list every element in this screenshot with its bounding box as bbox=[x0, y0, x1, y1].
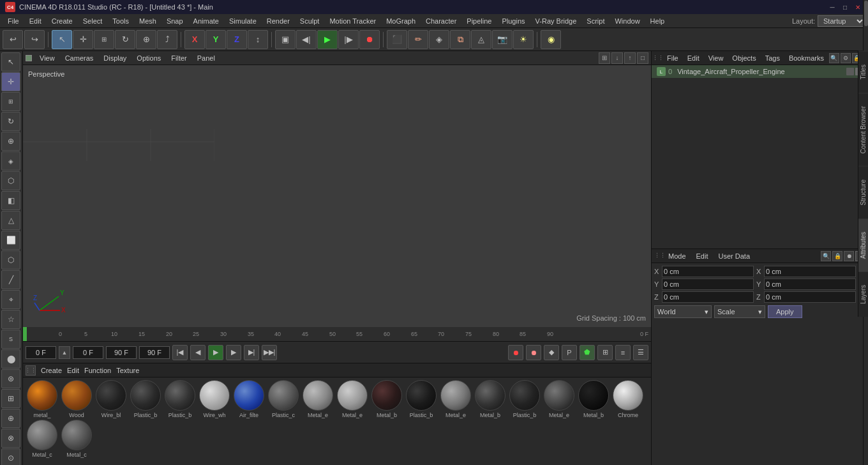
close-button[interactable]: ✕ bbox=[853, 2, 863, 12]
play-btn-timeline[interactable]: ▶ bbox=[208, 345, 223, 360]
material-wire-bl[interactable]: Wire_bl bbox=[94, 380, 128, 418]
apply-button[interactable]: Apply bbox=[768, 305, 802, 318]
tab-structure[interactable]: Structure bbox=[858, 166, 868, 218]
layout-select[interactable]: Startup Standard bbox=[818, 15, 865, 27]
menu-create[interactable]: Create bbox=[47, 16, 78, 26]
material-plastic-b2[interactable]: Plastic_b bbox=[163, 380, 197, 418]
sidebar-btn-16[interactable]: ⬤ bbox=[1, 349, 20, 369]
obj-menu-edit[interactable]: Edit bbox=[684, 53, 703, 63]
y-axis-btn[interactable]: Y bbox=[206, 30, 226, 49]
loop-end-btn[interactable]: ▶▶| bbox=[262, 345, 277, 360]
vp-menu-panel[interactable]: Panel bbox=[192, 53, 220, 63]
material-plastic-c[interactable]: Plastic_c bbox=[267, 380, 300, 418]
current-frame-input[interactable] bbox=[26, 346, 56, 359]
sidebar-universal[interactable]: ⊕ bbox=[1, 132, 20, 151]
pos-x-input[interactable] bbox=[662, 266, 754, 277]
sidebar-move[interactable]: ✛ bbox=[1, 72, 20, 91]
menu-help[interactable]: Help bbox=[645, 16, 670, 26]
attr-anim-icon[interactable]: ⏺ bbox=[844, 251, 854, 261]
menu-simulate[interactable]: Simulate bbox=[224, 16, 262, 26]
pos-z-input[interactable] bbox=[662, 291, 754, 303]
tab-titles[interactable]: Titles bbox=[858, 51, 868, 93]
menu-edit[interactable]: Edit bbox=[24, 16, 47, 26]
go-end-btn[interactable]: ▶| bbox=[244, 345, 259, 360]
redo-button[interactable]: ↪ bbox=[24, 30, 45, 49]
sidebar-bottom-3[interactable]: ⊙ bbox=[1, 448, 20, 465]
keyframe-btn[interactable]: ▣ bbox=[275, 30, 296, 49]
material-metal-c2[interactable]: Metal_c bbox=[60, 420, 93, 458]
end-frame[interactable] bbox=[106, 346, 137, 359]
menu-snap[interactable]: Snap bbox=[161, 16, 188, 26]
material-metal-e3[interactable]: Metal_e bbox=[439, 380, 472, 418]
timeline-ruler[interactable]: 0 5 10 15 20 25 30 35 40 45 50 55 60 65 … bbox=[23, 327, 651, 341]
pos-key-btn[interactable]: P bbox=[562, 345, 577, 360]
scale-key-btn[interactable]: ⊞ bbox=[597, 345, 613, 360]
material-metal-e2[interactable]: Metal_e bbox=[336, 380, 369, 418]
record-btn[interactable]: ⏺ bbox=[359, 30, 380, 49]
sidebar-bottom-1[interactable]: ⊕ bbox=[1, 409, 20, 428]
sidebar-btn-11[interactable]: ⬡ bbox=[1, 250, 20, 270]
tab-attributes[interactable]: Attributes bbox=[858, 218, 868, 271]
menu-vray[interactable]: V-Ray Bridge bbox=[530, 16, 582, 26]
world-dropdown[interactable]: World ▾ bbox=[654, 305, 712, 318]
sidebar-select[interactable]: ↖ bbox=[1, 52, 20, 72]
cursor-tool[interactable]: ↖ bbox=[52, 30, 72, 49]
nurbs-btn[interactable]: ◈ bbox=[429, 30, 449, 49]
obj-menu-file[interactable]: File bbox=[663, 53, 682, 63]
sidebar-btn-15[interactable]: S bbox=[1, 330, 20, 349]
mat-grip[interactable]: ⋮⋮ bbox=[26, 365, 36, 376]
pos-y-input[interactable] bbox=[662, 278, 754, 290]
vp-icon-4[interactable]: □ bbox=[637, 52, 648, 64]
menu-render[interactable]: Render bbox=[262, 16, 295, 26]
material-wire-wh[interactable]: Wire_wh bbox=[198, 380, 231, 418]
menu-tools[interactable]: Tools bbox=[107, 16, 134, 26]
options-key-btn[interactable]: ☰ bbox=[633, 345, 648, 360]
menu-motion-tracker[interactable]: Motion Tracker bbox=[324, 16, 381, 26]
vp-menu-cameras[interactable]: Cameras bbox=[60, 53, 99, 63]
param-key-btn[interactable]: ≡ bbox=[615, 345, 631, 360]
obj-menu-tags[interactable]: Tags bbox=[761, 53, 784, 63]
material-plastic-b3[interactable]: Plastic_b bbox=[405, 380, 438, 418]
attr-menu-userdata[interactable]: User Data bbox=[715, 251, 754, 261]
vp-icon-2[interactable]: ↓ bbox=[611, 52, 623, 64]
menu-plugins[interactable]: Plugins bbox=[497, 16, 530, 26]
sidebar-btn-13[interactable]: ⌖ bbox=[1, 290, 20, 309]
material-metal[interactable]: metal_ bbox=[26, 380, 59, 418]
menu-select[interactable]: Select bbox=[78, 16, 108, 26]
sidebar-btn-14[interactable]: ☆ bbox=[1, 310, 20, 329]
move-tool[interactable]: ✛ bbox=[73, 30, 93, 49]
attr-menu-edit[interactable]: Edit bbox=[692, 251, 712, 261]
camera-btn[interactable]: 📷 bbox=[492, 30, 513, 49]
play-btn[interactable]: ▶ bbox=[317, 30, 338, 49]
mat-menu-create[interactable]: Create bbox=[41, 367, 62, 374]
scale-tool[interactable]: ⊞ bbox=[94, 30, 114, 49]
mat-menu-function[interactable]: Function bbox=[84, 367, 111, 374]
menu-sculpt[interactable]: Sculpt bbox=[295, 16, 325, 26]
obj-menu-bookmarks[interactable]: Bookmarks bbox=[785, 53, 828, 63]
material-chrome[interactable]: Chrome bbox=[611, 380, 645, 418]
rot-key-btn[interactable]: ⬟ bbox=[580, 345, 595, 360]
obj-menu-view[interactable]: View bbox=[705, 53, 728, 63]
material-metal-b2[interactable]: Metal_b bbox=[474, 380, 507, 418]
menu-mograph[interactable]: MoGraph bbox=[381, 16, 421, 26]
sidebar-rotate[interactable]: ↻ bbox=[1, 112, 20, 131]
menu-pipeline[interactable]: Pipeline bbox=[461, 16, 497, 26]
material-metal-c1[interactable]: Metal_c bbox=[26, 420, 59, 458]
material-plastic-b1[interactable]: Plastic_b bbox=[129, 380, 162, 418]
next-key-btn[interactable]: |▶ bbox=[338, 30, 359, 49]
material-metal-b1[interactable]: Metal_b bbox=[370, 380, 403, 418]
mograph-btn[interactable]: ⧉ bbox=[450, 30, 470, 49]
tab-layers[interactable]: Layers bbox=[858, 271, 868, 317]
sidebar-btn-18[interactable]: ⊞ bbox=[1, 389, 20, 408]
next-frame-btn[interactable]: ▶ bbox=[226, 345, 241, 360]
sidebar-btn-9[interactable]: △ bbox=[1, 211, 20, 230]
material-metal-e4[interactable]: Metal_e bbox=[542, 380, 576, 418]
prev-frame-btn[interactable]: ◀ bbox=[190, 345, 206, 360]
deformer-btn[interactable]: ◬ bbox=[471, 30, 491, 49]
material-metal-e1[interactable]: Metal_e bbox=[301, 380, 334, 418]
pos-y2-input[interactable] bbox=[764, 278, 856, 290]
attr-lock-icon[interactable]: 🔒 bbox=[832, 251, 842, 261]
material-wood[interactable]: Wood bbox=[60, 380, 93, 418]
attr-search-icon[interactable]: 🔍 bbox=[821, 251, 831, 261]
cube-btn[interactable]: ⬛ bbox=[387, 30, 407, 49]
